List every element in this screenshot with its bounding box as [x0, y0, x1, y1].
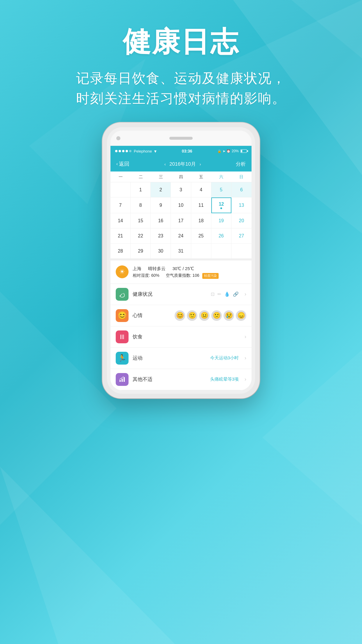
cal-day-23[interactable]: 23 [151, 228, 171, 244]
calendar-week-2: 7 8 9 10 11 12 13 [110, 197, 252, 213]
mood-selector: 😊 🙂 😐 🙁 😢 😞 [175, 310, 246, 321]
pencil-icon[interactable]: ✏ [217, 291, 221, 297]
subtitle-line2: 时刻关注生活习惯对病情的影响。 [76, 91, 286, 106]
cal-day-11[interactable]: 11 [191, 197, 211, 213]
diet-label: 饮食 [133, 333, 239, 340]
status-right: 🔒 ➤ ⏰ 20% [217, 149, 247, 153]
weekday-fri: 五 [191, 172, 211, 182]
cal-day-25[interactable]: 25 [191, 228, 211, 244]
nav-bar: ‹ 返回 ‹ 2016年10月 › 分析 [110, 156, 252, 172]
mood-icon: 😊 [116, 309, 129, 322]
cal-day-24[interactable]: 24 [171, 228, 191, 244]
mood-terrible[interactable]: 😞 [236, 310, 246, 321]
exercise-row[interactable]: 🏃 运动 今天运动3小时 › [110, 348, 252, 369]
discomfort-label: 其他不适 [133, 376, 206, 383]
phone-screen: Pelephone ▾ 03:36 🔒 ➤ ⏰ 20% [110, 131, 252, 390]
mood-very-sad[interactable]: 😢 [224, 310, 234, 321]
scale-icon[interactable]: ⊡ [211, 291, 215, 297]
status-time: 03:36 [182, 149, 192, 153]
calendar-week-4: 21 22 23 24 25 26 27 [110, 228, 252, 244]
cal-day-30[interactable]: 30 [151, 244, 171, 259]
discomfort-row[interactable]: 其他不适 头痛眩晕等3项 › [110, 369, 252, 390]
signal-dot-3 [122, 150, 124, 152]
cal-day-16[interactable]: 16 [151, 213, 171, 228]
battery-fill [241, 150, 242, 152]
earpiece-speaker [169, 137, 193, 140]
cal-day-15[interactable]: 15 [131, 213, 151, 228]
cal-day-1[interactable]: 1 [131, 182, 151, 197]
mood-neutral[interactable]: 😐 [199, 310, 210, 321]
cal-day-18[interactable]: 18 [191, 213, 211, 228]
weather-details: 相对湿度: 60% 空气质量指数: 106 轻度污染 [133, 272, 219, 279]
wifi-icon: ▾ [154, 148, 157, 154]
cal-day-28[interactable]: 28 [110, 244, 131, 259]
cal-day-17[interactable]: 17 [171, 213, 191, 228]
cal-day-8[interactable]: 8 [131, 197, 151, 213]
cal-day-19[interactable]: 19 [211, 213, 231, 228]
cal-day-20[interactable]: 20 [231, 213, 252, 228]
cal-day-7[interactable]: 7 [110, 197, 131, 213]
phone-inner-shell: Pelephone ▾ 03:36 🔒 ➤ ⏰ 20% [107, 127, 255, 394]
signal-dot-1 [115, 150, 117, 152]
cal-day-31[interactable]: 31 [171, 244, 191, 259]
cal-day-29[interactable]: 29 [131, 244, 151, 259]
nav-title: ‹ 2016年10月 › [164, 161, 201, 167]
nav-prev-arrow[interactable]: ‹ [164, 162, 166, 167]
weekday-sun: 日 [231, 172, 252, 182]
health-icon [116, 288, 129, 301]
cal-day-21[interactable]: 21 [110, 228, 131, 244]
diet-icon [116, 330, 129, 343]
cal-empty-1 [110, 182, 131, 197]
weekday-sat: 六 [211, 172, 231, 182]
mood-row[interactable]: 😊 心情 😊 🙂 😐 🙁 😢 😞 [110, 305, 252, 326]
mood-sad[interactable]: 🙁 [211, 310, 222, 321]
weekday-header: 一 二 三 四 五 六 日 [110, 172, 252, 182]
signal-dot-5 [129, 150, 131, 152]
svg-rect-7 [120, 335, 121, 339]
subtitle-line1: 记录每日饮食、运动及健康状况， [76, 71, 286, 86]
weather-aqi: 空气质量指数: 106 [166, 273, 199, 278]
cal-day-6[interactable]: 6 [231, 182, 252, 197]
calendar: 一 二 三 四 五 六 日 1 2 3 4 [110, 172, 252, 259]
weather-spacer3 [161, 273, 165, 278]
discomfort-icon [116, 373, 129, 386]
phone-mockup: Pelephone ▾ 03:36 🔒 ➤ ⏰ 20% [102, 123, 260, 398]
cal-day-5[interactable]: 5 [211, 182, 231, 197]
header-section: 健康日志 记录每日饮食、运动及健康状况， 时刻关注生活习惯对病情的影响。 [0, 23, 362, 108]
weather-spacer [143, 266, 147, 271]
weather-badge: 轻度污染 [202, 273, 219, 279]
nav-month-label: 2016年10月 [169, 161, 197, 167]
front-camera [116, 136, 120, 140]
nav-next-arrow[interactable]: › [200, 162, 201, 167]
mood-happy[interactable]: 🙂 [187, 310, 197, 321]
cal-day-26[interactable]: 26 [211, 228, 231, 244]
svg-rect-11 [122, 379, 123, 382]
cal-day-13[interactable]: 13 [231, 197, 252, 213]
diet-row[interactable]: 饮食 › [110, 326, 252, 348]
cal-day-10[interactable]: 10 [171, 197, 191, 213]
link-icon[interactable]: 🔗 [233, 291, 239, 297]
cal-day-9[interactable]: 9 [151, 197, 171, 213]
cal-empty-end-3 [231, 244, 252, 259]
cal-day-14[interactable]: 14 [110, 213, 131, 228]
cal-day-3[interactable]: 3 [171, 182, 191, 197]
status-left: Pelephone ▾ [115, 148, 157, 154]
cal-day-2[interactable]: 2 [151, 182, 171, 197]
phone-hardware-bar [110, 131, 252, 146]
weather-icon: ☀ [116, 265, 129, 278]
weather-humidity: 相对湿度: 60% [133, 273, 159, 278]
diet-arrow: › [245, 334, 246, 340]
cal-day-27[interactable]: 27 [231, 228, 252, 244]
mood-very-happy[interactable]: 😊 [175, 310, 185, 321]
weather-main: 上海 晴转多云 30℃ / 25℃ [133, 265, 219, 272]
health-row[interactable]: 健康状况 ⊡ ✏ 💧 🔗 › [110, 284, 252, 305]
cal-day-4[interactable]: 4 [191, 182, 211, 197]
analyze-button[interactable]: 分析 [236, 161, 246, 167]
weather-row: ☀ 上海 晴转多云 30℃ / 25℃ 相对湿度: 60% [110, 260, 252, 284]
cal-day-22[interactable]: 22 [131, 228, 151, 244]
signal-dot-4 [126, 150, 128, 152]
back-button[interactable]: ‹ 返回 [116, 160, 129, 167]
drop-icon[interactable]: 💧 [224, 291, 230, 297]
exercise-arrow: › [245, 355, 246, 361]
cal-day-12-today[interactable]: 12 [211, 197, 231, 213]
